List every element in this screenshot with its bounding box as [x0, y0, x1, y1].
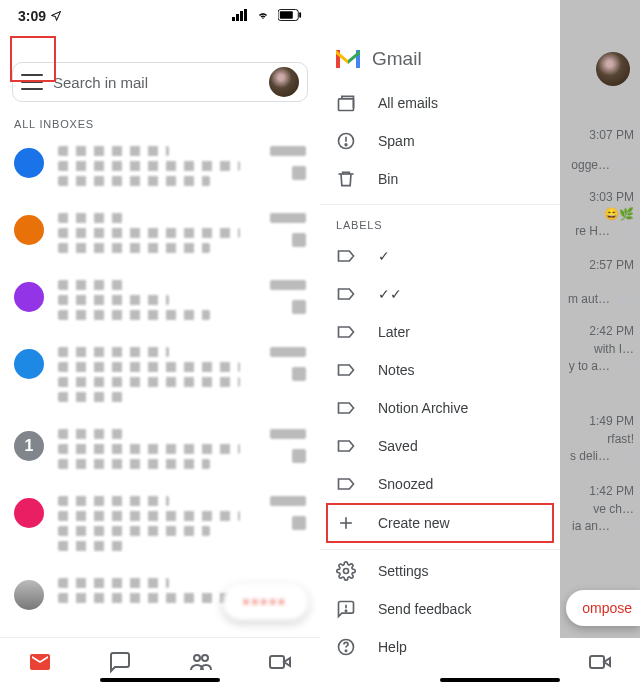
- svg-point-8: [202, 655, 208, 661]
- svg-marker-14: [618, 449, 633, 463]
- svg-rect-5: [280, 11, 293, 18]
- sender-avatar: [14, 215, 44, 245]
- svg-rect-18: [339, 99, 354, 111]
- plus-icon: [336, 513, 356, 533]
- drawer-label-item[interactable]: Saved: [320, 427, 560, 465]
- compose-button-blurred[interactable]: •••••: [223, 584, 308, 620]
- spaces-tab-icon[interactable]: [188, 650, 212, 674]
- drawer-create-new[interactable]: Create new: [326, 503, 554, 543]
- drawer-item-label: ✓: [378, 248, 390, 264]
- meet-tab-icon[interactable]: [268, 650, 292, 674]
- label-icon: [336, 474, 356, 494]
- svg-rect-0: [232, 17, 235, 21]
- compose-button-peek[interactable]: ompose: [566, 590, 640, 626]
- drawer-item-label: ✓✓: [378, 286, 402, 302]
- label-icon: [336, 398, 356, 418]
- hamburger-icon[interactable]: [21, 69, 43, 95]
- svg-marker-13: [618, 359, 633, 373]
- svg-marker-11: [618, 224, 633, 238]
- drawer-item-bin[interactable]: Bin: [320, 160, 560, 198]
- home-indicator: [440, 678, 560, 682]
- svg-point-24: [344, 569, 349, 574]
- svg-rect-2: [240, 11, 243, 21]
- drawer-label-item[interactable]: Notion Archive: [320, 389, 560, 427]
- star-icon[interactable]: [616, 222, 634, 240]
- star-icon[interactable]: [616, 156, 634, 174]
- drawer-item-label: All emails: [378, 95, 438, 111]
- label-icon: [336, 284, 356, 304]
- drawer-label-item[interactable]: Notes: [320, 351, 560, 389]
- drawer-brand: Gmail: [372, 48, 422, 70]
- signal-icon: [232, 9, 248, 21]
- mail-item[interactable]: [0, 203, 320, 270]
- drawer-item-feedback[interactable]: Send feedback: [320, 590, 560, 628]
- gmail-logo-icon: [336, 50, 360, 68]
- sender-avatar: [14, 498, 44, 528]
- star-icon[interactable]: [616, 357, 634, 375]
- drawer-item-label: Bin: [378, 171, 398, 187]
- star-icon[interactable]: [616, 290, 634, 308]
- svg-point-26: [345, 610, 346, 611]
- svg-point-7: [194, 655, 200, 661]
- status-bar: 3:09: [0, 0, 320, 26]
- gear-icon: [336, 561, 356, 581]
- home-indicator: [100, 678, 220, 682]
- label-icon: [336, 322, 356, 342]
- drawer-item-label: Help: [378, 639, 407, 655]
- drawer-item-label: Later: [378, 324, 410, 340]
- account-avatar[interactable]: [269, 67, 299, 97]
- svg-marker-15: [618, 519, 633, 533]
- location-arrow-icon: [50, 10, 62, 22]
- mail-item[interactable]: [0, 136, 320, 203]
- spam-icon: [336, 131, 356, 151]
- star-icon[interactable]: [616, 447, 634, 465]
- drawer-label-item[interactable]: Snoozed: [320, 465, 560, 503]
- drawer-item-spam[interactable]: Spam: [320, 122, 560, 160]
- right-screenshot: 3:07 PM ogge… 3:03 PM 😄🌿 re H… 2:57 PM m…: [320, 0, 640, 686]
- sender-avatar: [14, 580, 44, 610]
- nav-drawer: Gmail All emails Spam Bin LABELS ✓ ✓✓ La…: [320, 30, 560, 686]
- help-icon: [336, 637, 356, 657]
- search-bar[interactable]: Search in mail: [12, 62, 308, 102]
- drawer-labels-header: LABELS: [320, 207, 560, 237]
- drawer-item-label: Create new: [378, 515, 450, 531]
- svg-marker-10: [618, 158, 633, 172]
- mail-item[interactable]: [0, 270, 320, 337]
- left-screenshot: 3:09 Search in mail ALL INBOXES: [0, 0, 320, 686]
- section-header: ALL INBOXES: [0, 110, 320, 136]
- mail-item[interactable]: [0, 337, 320, 419]
- drawer-item-help[interactable]: Help: [320, 628, 560, 666]
- mail-item[interactable]: 1: [0, 419, 320, 486]
- chat-tab-icon[interactable]: [108, 650, 132, 674]
- trash-icon: [336, 169, 356, 189]
- svg-point-28: [345, 650, 346, 651]
- sender-avatar: [14, 282, 44, 312]
- search-placeholder[interactable]: Search in mail: [53, 74, 269, 91]
- svg-point-21: [345, 144, 347, 146]
- mail-list: 1: [0, 136, 320, 622]
- drawer-item-label: Settings: [378, 563, 429, 579]
- status-right: [229, 8, 302, 24]
- svg-rect-9: [270, 656, 284, 668]
- mail-item[interactable]: [0, 486, 320, 568]
- drawer-item-label: Notion Archive: [378, 400, 468, 416]
- wifi-icon: [255, 9, 271, 21]
- drawer-label-item[interactable]: Later: [320, 313, 560, 351]
- drawer-item-all-emails[interactable]: All emails: [320, 84, 560, 122]
- feedback-icon: [336, 599, 356, 619]
- svg-rect-6: [299, 12, 301, 18]
- mail-tab-icon[interactable]: [28, 650, 52, 674]
- star-icon[interactable]: [616, 517, 634, 535]
- label-icon: [336, 360, 356, 380]
- drawer-item-settings[interactable]: Settings: [320, 552, 560, 590]
- sender-avatar: 1: [14, 431, 44, 461]
- drawer-header: Gmail: [320, 30, 560, 84]
- drawer-label-item[interactable]: ✓✓: [320, 275, 560, 313]
- drawer-label-item[interactable]: ✓: [320, 237, 560, 275]
- meet-tab-icon[interactable]: [588, 650, 612, 674]
- svg-rect-17: [590, 656, 604, 668]
- stack-icon: [336, 93, 356, 113]
- svg-rect-1: [236, 14, 239, 21]
- svg-marker-12: [618, 292, 633, 306]
- account-avatar[interactable]: [596, 52, 630, 86]
